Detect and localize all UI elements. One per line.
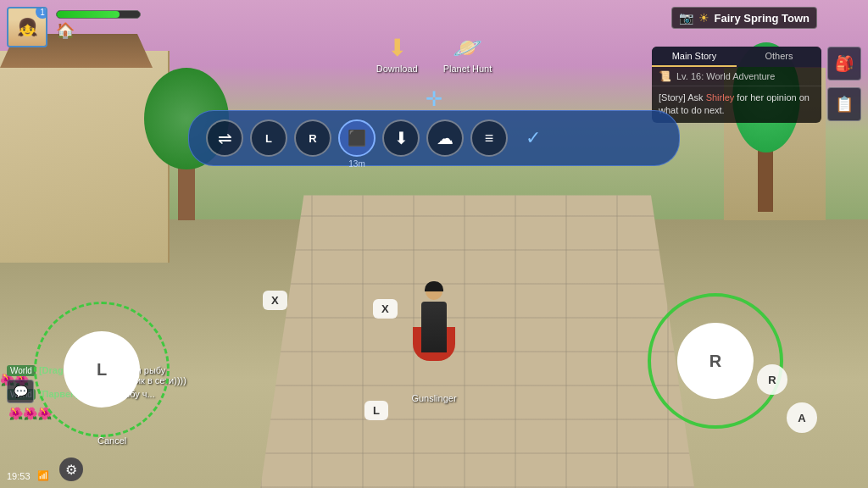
quest-tabs: Main Story Others	[652, 47, 821, 67]
quest-character: Shirley	[706, 92, 735, 103]
quest-story: [Story] Ask Shirley for her opinion on w…	[652, 86, 821, 123]
toolbar-distance: 13m	[348, 159, 364, 169]
right-joystick-label: R	[709, 352, 721, 371]
toolbar-r-label: R	[309, 132, 316, 145]
toolbar-sliders-btn[interactable]: ≡	[470, 119, 508, 157]
location-badge: 📷 ☀ Fairy Spring Town	[671, 7, 817, 29]
left-joystick-label: L	[97, 360, 107, 380]
x-button-left[interactable]: X	[263, 291, 287, 310]
planet-hunt-label: Planet Hunt	[443, 64, 492, 74]
toolbar-download-btn[interactable]: ⬇	[382, 119, 420, 157]
left-joystick-outer[interactable]: L	[34, 302, 170, 437]
top-right-icons: 🎒 📋	[827, 47, 861, 121]
toolbar-l-label: L	[265, 132, 272, 145]
left-joystick-container[interactable]: L	[34, 302, 170, 437]
toolbar-position-btn[interactable]: ⬛ 13m	[338, 119, 376, 157]
quest-level: 📜 Lv. 16: World Adventure	[652, 67, 821, 86]
x-button-right[interactable]: X	[373, 299, 398, 319]
right-joystick-container[interactable]: R	[648, 293, 783, 429]
status-bar: 19:53 📶	[7, 470, 49, 481]
quest-list-button[interactable]: 📋	[827, 87, 861, 121]
right-joystick-outer[interactable]: R	[648, 293, 783, 429]
toolbar-rotate-btn[interactable]: ⇌	[206, 119, 243, 157]
sun-icon: ☀	[698, 11, 709, 25]
r-button-br[interactable]: R	[757, 364, 787, 395]
left-joystick-inner[interactable]: L	[64, 331, 140, 408]
quest-level-text: Lv. 16: World Adventure	[676, 71, 775, 81]
planet-hunt-icon: 🪐	[453, 34, 482, 62]
a-button[interactable]: A	[787, 402, 817, 433]
planet-hunt-button[interactable]: 🪐 Planet Hunt	[443, 34, 492, 74]
character-label: Gunslinger	[411, 393, 456, 403]
stone-path	[260, 195, 694, 488]
building-roof-left	[0, 34, 153, 68]
toolbar-l-btn[interactable]: L	[250, 119, 287, 157]
backpack-button[interactable]: 🎒	[827, 47, 861, 80]
quest-icon: 📜	[659, 70, 671, 82]
player-character: Gunslinger	[413, 302, 455, 386]
toolbar-cloud-btn[interactable]: ☁	[426, 119, 464, 157]
action-bar: ✛ ⇌ L R ⬛ 13m ⬇ ☁ ≡ ✓	[188, 110, 680, 166]
tab-main-story[interactable]: Main Story	[652, 47, 737, 67]
right-joystick-inner[interactable]: R	[677, 323, 754, 399]
action-buttons-area: ⬇ Download 🪐 Planet Hunt	[376, 34, 492, 74]
camera-icon: 📷	[679, 11, 693, 25]
tab-others[interactable]: Others	[737, 47, 821, 67]
gear-button[interactable]: ⚙	[59, 458, 83, 481]
download-button[interactable]: ⬇ Download	[376, 34, 418, 74]
location-text: Fairy Spring Town	[715, 12, 810, 25]
chat-button[interactable]: 💬	[7, 380, 34, 403]
move-icon: ✛	[426, 87, 442, 111]
l-button-bottom[interactable]: L	[364, 401, 388, 420]
toolbar-check-btn[interactable]: ✓	[515, 119, 552, 157]
toolbar-r-btn[interactable]: R	[294, 119, 331, 157]
download-icon: ⬇	[387, 34, 407, 62]
chat-tag-1: World	[7, 365, 36, 376]
quest-panel: Main Story Others 📜 Lv. 16: World Advent…	[652, 47, 821, 123]
wifi-icon: 📶	[37, 470, 49, 481]
time-display: 19:53	[7, 471, 31, 481]
download-label: Download	[376, 64, 418, 74]
cancel-label: Cancel	[97, 435, 126, 446]
